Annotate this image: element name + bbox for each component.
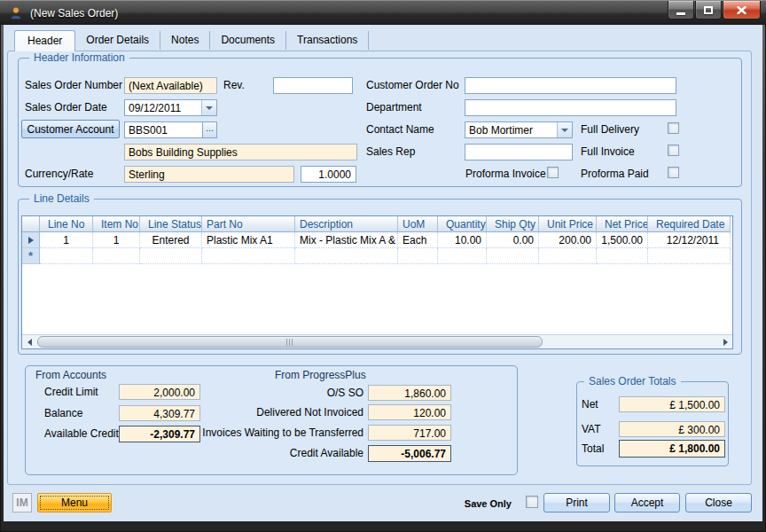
table-row[interactable]: 1 1 Entered Plastic Mix A1 Mix - Plastic… <box>22 232 732 248</box>
delivered-not-invoiced-field: 120.00 <box>368 404 451 420</box>
minimize-button[interactable] <box>668 1 694 20</box>
grid-header-indicator-cell <box>22 216 40 232</box>
cell-line-status[interactable]: Entered <box>140 232 202 248</box>
cell-required-date[interactable]: 12/12/2011 <box>648 232 731 248</box>
sales-order-window: (New Sales Order) Header Order Details N… <box>0 0 766 532</box>
invoices-waiting-label: Invoices Waiting to be Transferred <box>137 426 363 439</box>
accept-button[interactable]: Accept <box>614 493 680 512</box>
cell-quantity[interactable]: 10.00 <box>438 232 487 248</box>
grid-new-row[interactable]: * <box>22 248 732 264</box>
maximize-button[interactable] <box>695 1 722 20</box>
sales-rep-combo[interactable] <box>465 144 573 160</box>
dropdown-arrow-icon[interactable] <box>201 100 216 115</box>
customer-name-field[interactable]: Bobs Building Supplies <box>124 144 357 160</box>
line-details-grid: Line No Item No Line Status Part No Desc… <box>21 215 733 349</box>
grid-header-row: Line No Item No Line Status Part No Desc… <box>22 216 732 232</box>
cell-part-no[interactable]: Plastic Mix A1 <box>202 232 295 248</box>
from-accounts-title: From Accounts <box>35 369 106 381</box>
grid-col-description[interactable]: Description <box>295 216 398 232</box>
invoices-waiting-field: 717.00 <box>368 425 451 441</box>
new-cell[interactable] <box>648 248 731 264</box>
sales-order-date-combo[interactable]: 09/12/2011 <box>124 99 217 116</box>
balance-label: Balance <box>44 407 82 419</box>
scroll-right-arrow[interactable] <box>718 335 732 348</box>
grid-col-item-no[interactable]: Item No <box>93 216 140 232</box>
scrollbar-thumb[interactable] <box>37 336 543 348</box>
cell-net-price[interactable]: 1,500.00 <box>597 232 648 248</box>
currency-field[interactable]: Sterling <box>124 166 294 183</box>
new-row-indicator: * <box>22 248 40 264</box>
close-dialog-button[interactable]: Close <box>685 493 752 512</box>
customer-account-field[interactable]: BBS001 ... <box>124 121 217 138</box>
full-delivery-checkbox[interactable] <box>668 122 679 134</box>
department-combo[interactable] <box>465 99 676 116</box>
new-cell[interactable] <box>202 248 295 264</box>
credit-available-field: -5,006.77 <box>368 445 451 462</box>
print-button[interactable]: Print <box>543 493 610 512</box>
grid-col-required-date[interactable]: Required Date <box>648 216 731 232</box>
tab-order-details[interactable]: Order Details <box>75 31 160 50</box>
sales-order-number-field[interactable]: (Next Available) <box>124 77 217 94</box>
new-cell[interactable] <box>597 248 648 264</box>
menu-focus-rect <box>40 496 109 510</box>
net-label: Net <box>582 398 598 411</box>
new-cell[interactable] <box>438 248 487 264</box>
horizontal-scrollbar[interactable] <box>22 334 732 348</box>
sales-rep-label: Sales Rep <box>366 145 415 158</box>
new-cell[interactable] <box>40 248 93 264</box>
credit-available-label: Credit Available <box>137 447 363 459</box>
contact-name-label: Contact Name <box>366 123 434 136</box>
grid-col-unit-price[interactable]: Unit Price <box>539 216 597 232</box>
total-label: Total <box>582 442 604 455</box>
currency-rate-label: Currency/Rate <box>25 168 93 180</box>
tab-header[interactable]: Header <box>14 30 75 51</box>
new-cell[interactable] <box>140 248 202 264</box>
contact-name-combo[interactable]: Bob Mortimer <box>465 121 573 138</box>
new-cell[interactable] <box>295 248 398 264</box>
customer-order-no-field[interactable] <box>465 77 676 94</box>
tab-transactions[interactable]: Transactions <box>286 31 369 50</box>
maximize-icon <box>704 6 713 14</box>
customer-account-button[interactable]: Customer Account <box>21 120 120 138</box>
rate-field[interactable]: 1.0000 <box>301 166 356 183</box>
grid-col-net-price[interactable]: Net Price <box>597 216 648 232</box>
customer-account-browse-button[interactable]: ... <box>202 121 217 138</box>
net-field: £ 1,500.00 <box>619 396 725 412</box>
cell-unit-price[interactable]: 200.00 <box>539 232 597 248</box>
rev-field[interactable] <box>273 77 353 94</box>
new-cell[interactable] <box>539 248 597 264</box>
accept-button-label: Accept <box>631 497 664 509</box>
new-cell[interactable] <box>93 248 140 264</box>
new-cell[interactable] <box>487 248 539 264</box>
new-cell[interactable] <box>398 248 438 264</box>
save-only-checkbox[interactable] <box>526 496 538 508</box>
full-invoice-checkbox[interactable] <box>668 145 679 156</box>
customer-order-no-label: Customer Order No <box>366 79 459 91</box>
grid-col-quantity[interactable]: Quantity <box>438 216 487 232</box>
title-bar[interactable]: (New Sales Order) <box>0 0 766 25</box>
cell-uom[interactable]: Each <box>398 232 438 248</box>
customer-account-value: BBS001 <box>129 124 168 137</box>
grid-col-line-status[interactable]: Line Status <box>140 216 202 232</box>
print-button-label: Print <box>566 497 588 509</box>
close-button[interactable] <box>723 1 761 20</box>
proforma-paid-checkbox[interactable] <box>668 167 679 178</box>
dropdown-arrow-icon[interactable] <box>557 122 572 137</box>
cell-item-no[interactable]: 1 <box>93 232 140 248</box>
scroll-left-arrow[interactable] <box>22 335 36 348</box>
grid-col-uom[interactable]: UoM <box>398 216 438 232</box>
menu-button[interactable]: Menu <box>37 493 112 512</box>
full-delivery-label: Full Delivery <box>581 123 639 136</box>
total-field: £ 1,800.00 <box>619 440 725 458</box>
tab-notes[interactable]: Notes <box>160 31 210 50</box>
new-row-star: * <box>28 252 33 261</box>
proforma-invoice-checkbox[interactable] <box>547 167 559 178</box>
tab-documents[interactable]: Documents <box>210 31 286 50</box>
cell-line-no[interactable]: 1 <box>40 232 93 248</box>
current-row-indicator <box>22 232 40 248</box>
grid-col-line-no[interactable]: Line No <box>40 216 93 232</box>
grid-col-part-no[interactable]: Part No <box>202 216 295 232</box>
cell-ship-qty[interactable]: 0.00 <box>487 232 539 248</box>
cell-description[interactable]: Mix - Plastic Mix A & ... <box>295 232 398 248</box>
grid-col-ship-qty[interactable]: Ship Qty <box>487 216 539 232</box>
